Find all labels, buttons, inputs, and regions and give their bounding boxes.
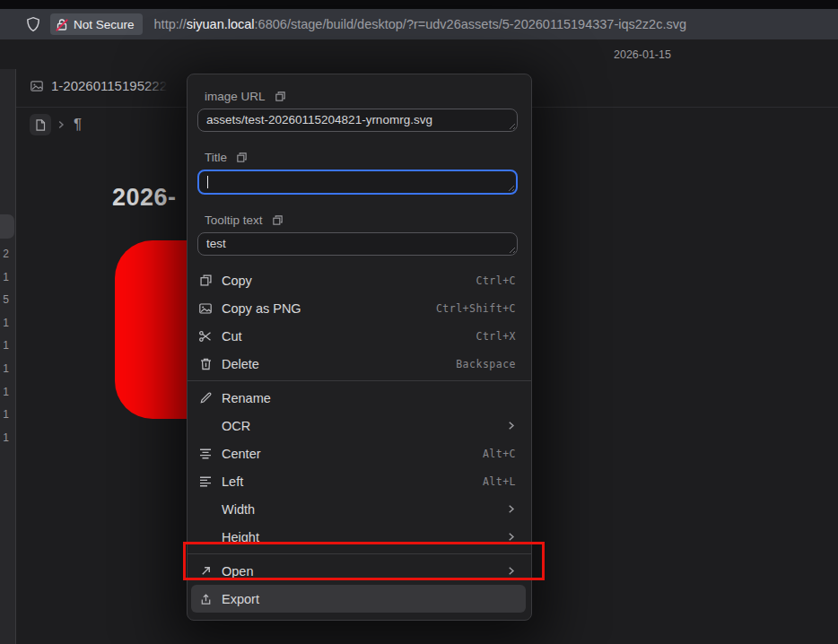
menu-item-label: Copy	[222, 274, 252, 288]
dock-count-badge[interactable]: 5	[0, 293, 12, 306]
dock-count-badge[interactable]: 1	[0, 362, 12, 375]
open-arrow-icon	[198, 564, 213, 579]
submenu-chevron-icon	[506, 504, 516, 514]
menu-item-cut[interactable]: CutCtrl+X	[191, 322, 526, 350]
menu-item-label: Open	[222, 564, 253, 579]
left-dock-panel[interactable]: 215111111	[0, 69, 16, 644]
dock-count-badge[interactable]: 1	[0, 431, 12, 444]
icon-placeholder	[198, 419, 213, 433]
scissors-icon	[198, 329, 213, 344]
menu-item-label: Rename	[222, 391, 271, 405]
shortcut-hint: Ctrl+C	[476, 274, 516, 287]
tooltip-input[interactable]: test	[197, 232, 518, 256]
dock-count-badge[interactable]: 1	[0, 317, 12, 329]
url-text[interactable]: http://siyuan.local:6806/stage/build/des…	[154, 17, 686, 31]
dock-count-badge[interactable]: 1	[0, 271, 12, 283]
document-date-title: 2026-01-15	[614, 48, 671, 61]
export-icon	[198, 592, 213, 606]
menu-item-copy-as-png[interactable]: Copy as PNGCtrl+Shift+C	[191, 294, 526, 322]
menu-item-open[interactable]: Open	[191, 557, 526, 585]
document-tab[interactable]: 1-20260115195222-	[30, 78, 168, 94]
menu-item-center[interactable]: CenterAlt+C	[191, 439, 526, 467]
image-url-input[interactable]: assets/test-20260115204821-yrnomrg.svg	[197, 109, 518, 132]
menu-separator	[188, 380, 531, 381]
breadcrumb-document-button[interactable]	[30, 114, 51, 135]
icon-placeholder	[198, 502, 213, 517]
menu-item-width[interactable]: Width	[191, 495, 526, 523]
menu-item-label: Left	[222, 474, 243, 489]
browser-address-bar[interactable]: Not Secure http://siyuan.local:6806/stag…	[0, 9, 838, 39]
dock-selected-item[interactable]	[0, 214, 14, 239]
image-file-icon	[30, 79, 44, 93]
breadcrumb-paragraph-item[interactable]: ¶	[74, 116, 82, 134]
submenu-chevron-icon	[506, 421, 516, 431]
tooltip-field-group: Tooltip text test	[197, 213, 518, 256]
copy-icon[interactable]	[236, 152, 248, 163]
menu-item-ocr[interactable]: OCR	[191, 412, 526, 439]
menu-item-height[interactable]: Height	[191, 523, 526, 551]
not-secure-badge[interactable]: Not Secure	[50, 13, 143, 35]
resize-grip[interactable]	[507, 245, 515, 253]
copy-icon[interactable]	[275, 91, 286, 102]
copy-icon[interactable]	[272, 214, 284, 226]
menu-separator	[188, 553, 531, 554]
menu-item-label: Copy as PNG	[222, 301, 301, 316]
image-url-label: image URL	[205, 90, 266, 103]
not-secure-label: Not Secure	[74, 18, 135, 31]
submenu-chevron-icon	[506, 566, 516, 576]
chevron-right-icon	[57, 120, 65, 129]
title-field-group: Title	[197, 150, 518, 195]
text-caret	[207, 176, 208, 188]
shield-icon[interactable]	[25, 16, 41, 32]
image-icon	[198, 301, 213, 316]
menu-item-left[interactable]: LeftAlt+L	[191, 467, 526, 495]
broken-lock-icon	[56, 18, 68, 31]
siyuan-app: 2026-01-15 215111111 1-20260115195222-	[0, 39, 838, 644]
resize-grip[interactable]	[507, 121, 515, 129]
dock-count-badge[interactable]: 1	[0, 408, 12, 421]
menu-item-label: OCR	[222, 419, 250, 433]
shortcut-hint: Alt+C	[483, 448, 516, 460]
submenu-chevron-icon	[506, 532, 516, 542]
dock-count-badge[interactable]: 1	[0, 339, 12, 352]
menu-item-label: Center	[222, 447, 261, 461]
copy-icon	[198, 274, 213, 288]
shortcut-hint: Ctrl+Shift+C	[436, 302, 516, 315]
menu-item-export[interactable]: Export	[191, 585, 526, 613]
menu-item-label: Export	[222, 592, 259, 606]
image-url-field-group: image URL assets/test-20260115204821-yrn…	[197, 89, 518, 132]
siyuan-toolbar: 2026-01-15	[0, 39, 838, 69]
browser-tab-strip	[0, 0, 838, 9]
shortcut-hint: Alt+L	[483, 475, 516, 488]
menu-item-copy[interactable]: CopyCtrl+C	[191, 266, 526, 294]
trash-icon	[198, 357, 213, 371]
pencil-icon	[198, 391, 213, 405]
align-left-icon	[198, 474, 213, 489]
title-input[interactable]	[197, 170, 518, 195]
tooltip-label: Tooltip text	[205, 213, 263, 227]
dock-count-badge[interactable]: 2	[0, 248, 12, 260]
shortcut-hint: Ctrl+X	[476, 330, 516, 343]
menu-item-rename[interactable]: Rename	[191, 384, 526, 412]
menu-item-label: Delete	[222, 357, 259, 371]
align-center-icon	[198, 447, 213, 461]
image-context-menu: image URL assets/test-20260115204821-yrn…	[187, 74, 532, 621]
dock-count-badge[interactable]: 1	[0, 386, 12, 398]
menu-item-delete[interactable]: DeleteBackspace	[191, 350, 526, 378]
icon-placeholder	[198, 530, 213, 544]
title-label: Title	[205, 151, 227, 164]
editor-heading[interactable]: 2026-	[112, 184, 177, 212]
menu-item-label: Height	[222, 530, 259, 544]
menu-item-label: Cut	[222, 329, 242, 344]
resize-grip[interactable]	[506, 183, 514, 191]
shortcut-hint: Backspace	[456, 358, 516, 370]
menu-item-label: Width	[222, 502, 255, 517]
